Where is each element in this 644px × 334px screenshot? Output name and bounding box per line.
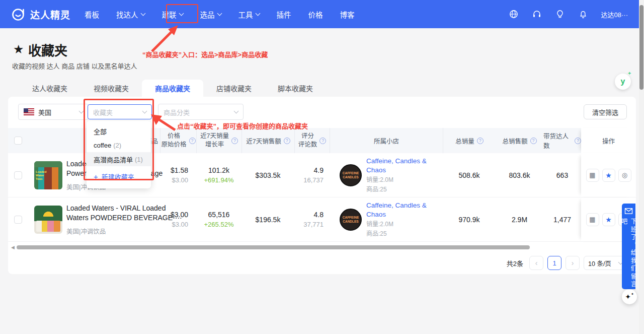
tab-product-favorites[interactable]: 商品收藏夹 (142, 80, 203, 97)
sparkles-icon: ✦ (625, 293, 631, 301)
analytics-board-button[interactable]: ▦ (586, 213, 599, 226)
clear-filters-button[interactable]: 清空筛选 (584, 104, 627, 119)
chevron-down-icon (217, 11, 222, 16)
tab-creator-favorites[interactable]: 达人收藏夹 (19, 80, 80, 97)
dropdown-item-label: 高潜商品清单 (94, 155, 133, 164)
row-checkbox[interactable] (14, 216, 22, 224)
nav-item-connect[interactable]: 建联 (162, 9, 183, 20)
shop-name-link[interactable]: Caffeine, Candles & Chaos (366, 201, 442, 219)
nav-item-plugin[interactable]: 插件 (277, 9, 291, 20)
header-price: 价格 (168, 132, 180, 141)
shop-avatar[interactable]: CAFFEINE CANDLES (340, 209, 362, 231)
analytics-board-button[interactable]: ▦ (586, 169, 599, 182)
creators-value: 1,477 (553, 216, 571, 224)
collection-select[interactable]: 收藏夹 (88, 104, 152, 119)
shop-sales: 销量:2.0M (366, 220, 442, 229)
header-orig-price: 原始价格 (161, 141, 186, 149)
product-image[interactable] (34, 206, 62, 234)
main-nav: 看板 找达人 建联 选品 工具 插件 价格 博客 (85, 9, 355, 20)
shop-avatar[interactable]: CAFFEINE CANDLES (340, 164, 362, 186)
user-account[interactable]: 达达08··· (601, 10, 628, 19)
country-select[interactable]: 美国 (18, 104, 89, 120)
feedback-text: 下班了，给我们留言吧 (619, 218, 638, 289)
price-value: $1.58 (171, 166, 188, 174)
dropdown-item-coffee[interactable]: coffee(2) (87, 138, 151, 152)
row-checkbox[interactable] (14, 171, 22, 179)
product-title[interactable]: Loaded Waters - VIRAL Loaded (66, 204, 166, 213)
header-total-sales: 总销量 (455, 136, 474, 146)
vertical-scrollbar-thumb[interactable] (639, 5, 643, 90)
dropdown-item-all[interactable]: 全部 (87, 124, 151, 138)
nav-item-tools[interactable]: 工具 (238, 9, 260, 20)
chevron-down-icon (179, 11, 184, 16)
help-icon[interactable]: ? (189, 138, 196, 144)
nav-item-kanban[interactable]: 看板 (85, 9, 99, 20)
app-logo[interactable]: 达人精灵 (11, 7, 70, 22)
page-size-value: 10 条/页 (588, 258, 611, 268)
shop-products: 商品:25 (366, 185, 442, 194)
prev-page-button[interactable]: ‹ (529, 256, 543, 270)
annotation-entry-note: “商品收藏夹”入口：选品>商品库>商品收藏 (142, 49, 268, 59)
help-icon[interactable]: ? (575, 138, 581, 144)
help-icon[interactable]: ? (530, 138, 537, 144)
globe-icon[interactable] (509, 9, 519, 19)
sales7-value: 101.2k (208, 166, 229, 174)
country-value: 美国 (38, 107, 51, 117)
new-collection-button[interactable]: +新建收藏夹 (87, 168, 151, 184)
total-sales-value: 970.9k (458, 216, 479, 224)
page-number-button[interactable]: 1 (547, 256, 561, 270)
header-growth: 增长率 (205, 141, 224, 149)
revenue7-value: $303.5k (256, 171, 281, 179)
tab-video-favorites[interactable]: 视频收藏夹 (80, 80, 142, 97)
top-navigation-bar: 达人精灵 看板 找达人 建联 选品 工具 插件 价格 博客 达达08 (0, 0, 644, 28)
help-icon[interactable]: ? (231, 138, 238, 144)
ai-assistant-button[interactable]: ✦✦ (622, 289, 637, 304)
growth-value: +691.94% (204, 176, 234, 184)
favorite-star-button[interactable]: ★ (602, 213, 615, 226)
star-icon: ★ (605, 216, 612, 224)
watch-eye-button[interactable]: ◎ (618, 169, 631, 182)
product-image-text: Loaded Water Teas (36, 170, 51, 181)
nav-item-find-creators[interactable]: 找达人 (116, 9, 145, 20)
tab-shop-favorites[interactable]: 店铺收藏夹 (203, 80, 265, 97)
us-flag-icon (24, 108, 34, 115)
favorites-star-icon: ★ (13, 42, 24, 56)
dropdown-item-highpo[interactable]: 高潜商品清单(1) (87, 152, 151, 166)
nav-item-product-selection[interactable]: 选品 (200, 9, 221, 20)
favorite-star-button[interactable]: ★ (602, 169, 615, 182)
chevron-down-icon (234, 108, 239, 113)
annotation-dropdown-note: 点击“收藏夹”，即可查看你创建的商品收藏夹 (177, 121, 308, 130)
total-revenue-value: 803.6k (509, 171, 530, 179)
vertical-scrollbar[interactable] (639, 0, 644, 334)
next-page-button[interactable]: › (566, 256, 580, 270)
tab-script-favorites[interactable]: 脚本收藏夹 (265, 80, 326, 97)
row-actions: ▦ ★ ◎ (586, 169, 631, 182)
shop-products: 商品:25 (366, 230, 442, 238)
chevron-down-icon (79, 108, 84, 113)
category-select[interactable]: 商品分类 (158, 104, 244, 120)
bell-icon[interactable] (578, 9, 588, 19)
headset-icon[interactable] (532, 9, 542, 19)
nav-item-pricing[interactable]: 价格 (308, 9, 323, 20)
pagination: 共2条 ‹ 1 › 10 条/页 (507, 256, 627, 270)
help-icon[interactable]: ? (319, 138, 326, 144)
product-tag: 美国|冲调饮品 (66, 226, 106, 236)
header-7d-revenue: 近7天销售额 (246, 136, 281, 146)
nav-item-blog[interactable]: 博客 (340, 9, 355, 20)
product-image[interactable]: Loaded Water Teas (34, 161, 62, 189)
help-icon[interactable]: ? (284, 138, 290, 144)
shop-name-link[interactable]: Caffeine, Candles & Chaos (366, 157, 442, 175)
new-collection-label: 新建收藏夹 (102, 172, 134, 181)
nav-label: 选品 (200, 9, 215, 20)
help-icon[interactable]: ? (477, 138, 484, 144)
select-all-checkbox[interactable] (14, 137, 22, 145)
scroll-left-arrow-icon[interactable]: ◀ (11, 245, 15, 250)
lightbulb-icon[interactable] (555, 9, 565, 19)
header-rating: 评分 (301, 132, 314, 141)
horizontal-scrollbar-thumb[interactable] (17, 245, 530, 249)
chevron-down-icon (140, 11, 145, 16)
feedback-banner[interactable]: 下班了，给我们留言吧 (622, 204, 635, 289)
category-placeholder: 商品分类 (164, 107, 190, 117)
page-title: 收藏夹 (28, 40, 67, 59)
horizontal-scrollbar[interactable]: ◀ (11, 245, 544, 250)
